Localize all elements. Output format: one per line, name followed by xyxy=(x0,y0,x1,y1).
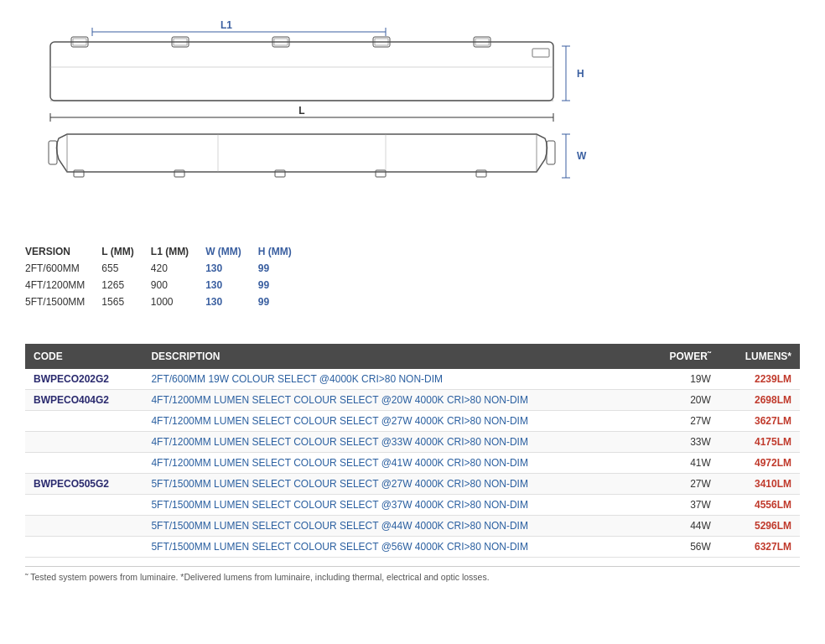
product-code xyxy=(25,516,143,537)
products-section: CODE DESCRIPTION POWER˜ LUMENS* BWPECO20… xyxy=(25,344,800,558)
product-power: 27W xyxy=(645,411,719,432)
dim-cell-h: 99 xyxy=(258,293,309,310)
product-code: BWPECO202G2 xyxy=(25,369,143,390)
col-header-description: DESCRIPTION xyxy=(143,344,645,369)
svg-rect-32 xyxy=(275,170,285,177)
svg-rect-33 xyxy=(376,170,386,177)
product-lumens: 3627LM xyxy=(719,411,800,432)
dim-cell-w: 130 xyxy=(205,260,258,277)
product-code xyxy=(25,432,143,453)
product-lumens: 3410LM xyxy=(719,474,800,495)
product-power: 27W xyxy=(645,474,719,495)
footnote: ˜ Tested system powers from luminaire. *… xyxy=(25,566,800,582)
product-power: 33W xyxy=(645,432,719,453)
product-code: BWPECO505G2 xyxy=(25,474,143,495)
svg-rect-34 xyxy=(476,170,486,177)
product-power: 44W xyxy=(645,516,719,537)
product-row: BWPECO202G2 2FT/600MM 19W COLOUR SELECT … xyxy=(25,369,800,390)
col-header-code: CODE xyxy=(25,344,143,369)
product-row: 5FT/1500MM LUMEN SELECT COLOUR SELECT @3… xyxy=(25,495,800,516)
dimensions-section: VERSION L (MM) L1 (MM) W (MM) H (MM) 2FT… xyxy=(25,243,309,310)
dim-cell-w: 130 xyxy=(205,277,258,293)
product-lumens: 4556LM xyxy=(719,495,800,516)
products-table-header: CODE DESCRIPTION POWER˜ LUMENS* xyxy=(25,344,800,369)
product-description: 5FT/1500MM LUMEN SELECT COLOUR SELECT @2… xyxy=(143,474,645,495)
product-description: 5FT/1500MM LUMEN SELECT COLOUR SELECT @5… xyxy=(143,537,645,558)
product-code xyxy=(25,495,143,516)
product-description: 4FT/1200MM LUMEN SELECT COLOUR SELECT @2… xyxy=(143,390,645,411)
dim-cell-version: 2FT/600MM xyxy=(25,260,101,277)
product-row: 5FT/1500MM LUMEN SELECT COLOUR SELECT @5… xyxy=(25,537,800,558)
dim-cell-l1: 420 xyxy=(151,260,205,277)
product-code xyxy=(25,453,143,474)
product-power: 41W xyxy=(645,453,719,474)
product-description: 5FT/1500MM LUMEN SELECT COLOUR SELECT @3… xyxy=(143,495,645,516)
dim-cell-l: 1565 xyxy=(101,293,150,310)
products-table: CODE DESCRIPTION POWER˜ LUMENS* BWPECO20… xyxy=(25,344,800,558)
product-description: 2FT/600MM 19W COLOUR SELECT @4000K CRI>8… xyxy=(143,369,645,390)
svg-rect-35 xyxy=(49,141,57,164)
product-power: 56W xyxy=(645,537,719,558)
dim-cell-l: 1265 xyxy=(101,277,150,293)
col-header-lumens: LUMENS* xyxy=(719,344,800,369)
technical-diagram: L1 H xyxy=(25,17,595,235)
svg-rect-31 xyxy=(174,170,184,177)
dim-cell-l: 655 xyxy=(101,260,150,277)
dim-header-version: VERSION xyxy=(25,243,101,260)
page: L1 H xyxy=(0,0,825,599)
dim-header-h: H (MM) xyxy=(258,243,309,260)
product-row: BWPECO404G2 4FT/1200MM LUMEN SELECT COLO… xyxy=(25,390,800,411)
dim-header-l1: L1 (MM) xyxy=(151,243,205,260)
product-lumens: 2239LM xyxy=(719,369,800,390)
svg-rect-30 xyxy=(74,170,84,177)
product-description: 4FT/1200MM LUMEN SELECT COLOUR SELECT @3… xyxy=(143,432,645,453)
dim-header-w: W (MM) xyxy=(205,243,258,260)
svg-rect-20 xyxy=(532,49,549,57)
product-description: 4FT/1200MM LUMEN SELECT COLOUR SELECT @4… xyxy=(143,453,645,474)
dim-table-row: 2FT/600MM 655 420 130 99 xyxy=(25,260,309,277)
product-description: 4FT/1200MM LUMEN SELECT COLOUR SELECT @2… xyxy=(143,411,645,432)
dim-header-l: L (MM) xyxy=(101,243,150,260)
dim-cell-h: 99 xyxy=(258,277,309,293)
dim-table-row: 5FT/1500MM 1565 1000 130 99 xyxy=(25,293,309,310)
product-lumens: 6327LM xyxy=(719,537,800,558)
svg-text:H: H xyxy=(577,68,584,80)
dim-cell-l1: 900 xyxy=(151,277,205,293)
dim-cell-h: 99 xyxy=(258,260,309,277)
dim-cell-w: 130 xyxy=(205,293,258,310)
dim-cell-version: 5FT/1500MM xyxy=(25,293,101,310)
product-row: 4FT/1200MM LUMEN SELECT COLOUR SELECT @3… xyxy=(25,432,800,453)
product-power: 20W xyxy=(645,390,719,411)
product-row: 4FT/1200MM LUMEN SELECT COLOUR SELECT @4… xyxy=(25,453,800,474)
dimensions-table: VERSION L (MM) L1 (MM) W (MM) H (MM) 2FT… xyxy=(25,243,309,310)
products-table-body: BWPECO202G2 2FT/600MM 19W COLOUR SELECT … xyxy=(25,369,800,558)
product-row: 4FT/1200MM LUMEN SELECT COLOUR SELECT @2… xyxy=(25,411,800,432)
dim-cell-version: 4FT/1200MM xyxy=(25,277,101,293)
product-lumens: 4972LM xyxy=(719,453,800,474)
svg-rect-36 xyxy=(547,141,555,164)
product-row: BWPECO505G2 5FT/1500MM LUMEN SELECT COLO… xyxy=(25,474,800,495)
diagram-section: L1 H xyxy=(25,17,800,327)
product-power: 19W xyxy=(645,369,719,390)
product-row: 5FT/1500MM LUMEN SELECT COLOUR SELECT @4… xyxy=(25,516,800,537)
product-code xyxy=(25,411,143,432)
svg-text:W: W xyxy=(577,150,587,162)
svg-text:L1: L1 xyxy=(221,19,232,31)
dim-cell-l1: 1000 xyxy=(151,293,205,310)
product-power: 37W xyxy=(645,495,719,516)
svg-text:L: L xyxy=(298,105,304,117)
dim-table-row: 4FT/1200MM 1265 900 130 99 xyxy=(25,277,309,293)
product-lumens: 2698LM xyxy=(719,390,800,411)
product-code xyxy=(25,537,143,558)
svg-rect-8 xyxy=(50,42,553,101)
product-code: BWPECO404G2 xyxy=(25,390,143,411)
product-lumens: 5296LM xyxy=(719,516,800,537)
product-description: 5FT/1500MM LUMEN SELECT COLOUR SELECT @4… xyxy=(143,516,645,537)
product-lumens: 4175LM xyxy=(719,432,800,453)
col-header-power: POWER˜ xyxy=(645,344,719,369)
